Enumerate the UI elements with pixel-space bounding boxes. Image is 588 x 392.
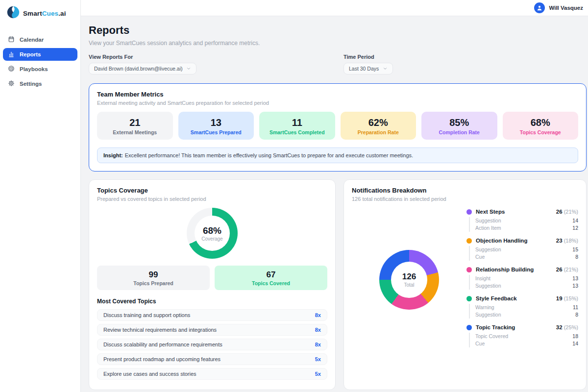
user-avatar-icon: [534, 2, 545, 13]
metric-tile-smartcues-prepared: 13 SmartCues Prepared: [178, 112, 254, 140]
legend-sub-row: Warning11: [475, 304, 578, 311]
main-content: Reports View your SmartCues session anal…: [81, 16, 588, 392]
topic-row: Discuss scalability and performance requ…: [97, 339, 327, 350]
topics-covered-label: Topics Covered: [217, 280, 325, 286]
metric-tile-completion-rate: 85% Completion Rate: [421, 112, 497, 140]
legend-color-dot: [466, 209, 472, 215]
legend-sub-label: Cue: [475, 253, 485, 261]
target-icon: [8, 65, 15, 73]
top-bar: Will Vasquez: [81, 0, 588, 16]
sidebar-nav: Calendar Reports Playbooks: [0, 33, 80, 90]
legend-sub-items: Suggestion14Action Item12: [469, 217, 578, 232]
view-reports-for-select[interactable]: David Brown (david.brown@livecue.ai): [89, 63, 196, 74]
notifications-body: 126 Total Next Steps26 (21%)Suggestion14…: [352, 206, 578, 353]
metric-label: Preparation Rate: [343, 129, 415, 135]
legend-sub-row: Cue14: [475, 340, 578, 347]
legend-group: Objection Handling23 (18%)Suggestion15Cu…: [466, 238, 578, 261]
most-covered-topics-list: Discuss training and support options8xRe…: [97, 309, 327, 380]
coverage-percent: 68%: [203, 225, 221, 236]
notifications-total-caption: Total: [404, 282, 414, 288]
topic-row: Present product roadmap and upcoming fea…: [97, 353, 327, 365]
bottom-cards: Topics Coverage Prepared vs covered topi…: [89, 179, 587, 390]
metric-tile-topics-coverage: 68% Topics Coverage: [503, 112, 579, 140]
gear-icon: [8, 80, 15, 88]
metric-label: Completion Rate: [423, 129, 495, 135]
time-period-select[interactable]: Last 30 Days: [343, 63, 393, 74]
metric-value: 85%: [423, 117, 495, 128]
calendar-icon: [8, 36, 15, 44]
legend-sub-value: 14: [572, 340, 578, 347]
page-subtitle: View your SmartCues session analytics an…: [89, 40, 587, 47]
most-covered-topics-heading: Most Covered Topics: [97, 298, 327, 305]
legend-sub-value: 12: [572, 224, 578, 232]
legend-count: 23 (18%): [556, 238, 578, 244]
sidebar-item-playbooks[interactable]: Playbooks: [3, 63, 77, 75]
legend-sub-label: Cue: [475, 340, 485, 347]
topics-tiles: 99 Topics Prepared 67 Topics Covered: [97, 266, 327, 290]
legend-group: Relationship Building26 (21%)Insight13Su…: [466, 267, 578, 290]
legend-sub-row: Topic Covered18: [475, 333, 578, 340]
legend-group: Next Steps26 (21%)Suggestion14Action Ite…: [466, 209, 578, 232]
chevron-down-icon: [186, 66, 191, 71]
legend-count-value: 23: [556, 238, 563, 244]
topics-covered-tile: 67 Topics Covered: [215, 266, 327, 290]
view-reports-for-value: David Brown (david.brown@livecue.ai): [94, 66, 182, 72]
team-metrics-title: Team Member Metrics: [97, 91, 578, 98]
notifications-title: Notifications Breakdown: [352, 187, 578, 194]
topic-count: 8x: [315, 342, 321, 347]
metric-label: External Meetings: [99, 129, 171, 135]
page-title: Reports: [89, 24, 587, 37]
legend-sub-items: Suggestion15Cue8: [469, 246, 578, 261]
topics-coverage-subtitle: Prepared vs covered topics in selected p…: [97, 196, 327, 202]
notifications-breakdown-card: Notifications Breakdown 126 total notifi…: [343, 179, 587, 390]
topic-count: 8x: [315, 327, 321, 333]
legend-group-header: Relationship Building26 (21%): [466, 267, 578, 272]
metric-label: SmartCues Completed: [261, 129, 333, 135]
metric-tile-smartcues-completed: 11 SmartCues Completed: [259, 112, 335, 140]
notifications-legend: Next Steps26 (21%)Suggestion14Action Ite…: [466, 209, 578, 353]
topic-row: Review technical requirements and integr…: [97, 324, 327, 336]
topics-coverage-title: Topics Coverage: [97, 187, 327, 194]
smartcues-logo-icon: [7, 6, 20, 21]
topic-count: 5x: [315, 356, 321, 362]
legend-sub-row: Insight13: [475, 275, 578, 282]
legend-group-header: Style Feedback19 (15%): [466, 295, 578, 301]
legend-sub-value: 14: [572, 217, 578, 224]
user-name: Will Vasquez: [549, 5, 583, 11]
sidebar-item-settings[interactable]: Settings: [3, 77, 77, 90]
sidebar-item-calendar[interactable]: Calendar: [3, 33, 77, 46]
metric-value: 21: [99, 117, 171, 128]
legend-sub-items: Topic Covered18Cue14: [469, 333, 578, 347]
legend-sub-value: 8: [575, 311, 578, 318]
topics-prepared-label: Topics Prepared: [99, 280, 208, 286]
sidebar-item-reports[interactable]: Reports: [3, 48, 77, 61]
legend-sub-label: Topic Covered: [475, 333, 508, 340]
topics-coverage-donut: 68% Coverage: [187, 208, 238, 259]
legend-sub-value: 13: [572, 282, 578, 290]
metric-value: 13: [180, 117, 252, 128]
legend-color-dot: [466, 267, 472, 272]
metric-tiles: 21 External Meetings 13 SmartCues Prepar…: [97, 112, 578, 140]
metric-tile-external-meetings: 21 External Meetings: [97, 112, 173, 140]
topic-count: 8x: [315, 312, 321, 318]
topics-covered-value: 67: [217, 270, 325, 280]
legend-sub-items: Warning11Suggestion8: [469, 304, 578, 318]
coverage-caption: Coverage: [201, 236, 222, 242]
sidebar-item-label: Settings: [20, 81, 42, 87]
user-menu[interactable]: Will Vasquez: [534, 2, 583, 13]
legend-group-header: Objection Handling23 (18%): [466, 238, 578, 244]
notifications-subtitle: 126 total notifications in selected peri…: [352, 196, 578, 202]
topic-label: Discuss scalability and performance requ…: [103, 342, 222, 347]
legend-color-dot: [466, 238, 472, 244]
legend-sub-label: Warning: [475, 304, 494, 311]
legend-sub-value: 11: [573, 304, 578, 311]
legend-sub-value: 13: [572, 275, 578, 282]
time-period-value: Last 30 Days: [349, 66, 379, 72]
legend-count-value: 19: [556, 295, 563, 301]
legend-sub-value: 18: [572, 333, 578, 340]
legend-name: Relationship Building: [476, 267, 552, 272]
legend-count-value: 26: [556, 267, 563, 272]
legend-sub-label: Suggestion: [475, 217, 501, 224]
topic-label: Discuss training and support options: [103, 312, 190, 318]
legend-name: Topic Tracking: [476, 324, 552, 330]
